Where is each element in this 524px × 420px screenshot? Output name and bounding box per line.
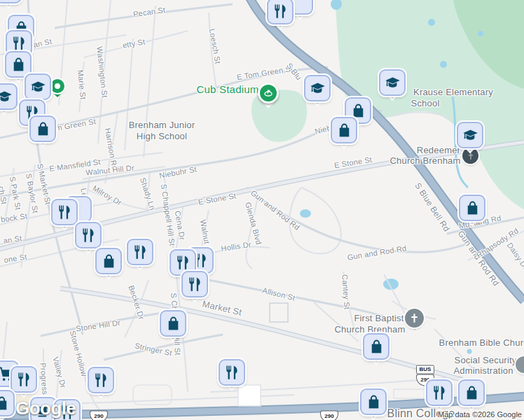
marker-green-dot-icon[interactable]: [50, 79, 64, 96]
marker-stadium-icon[interactable]: [258, 83, 279, 108]
markers-layer: [0, 0, 524, 420]
google-logo[interactable]: Google: [15, 398, 76, 419]
map-viewport[interactable]: Pecan Stcan Stetty StLoesch StWashington…: [0, 0, 524, 420]
